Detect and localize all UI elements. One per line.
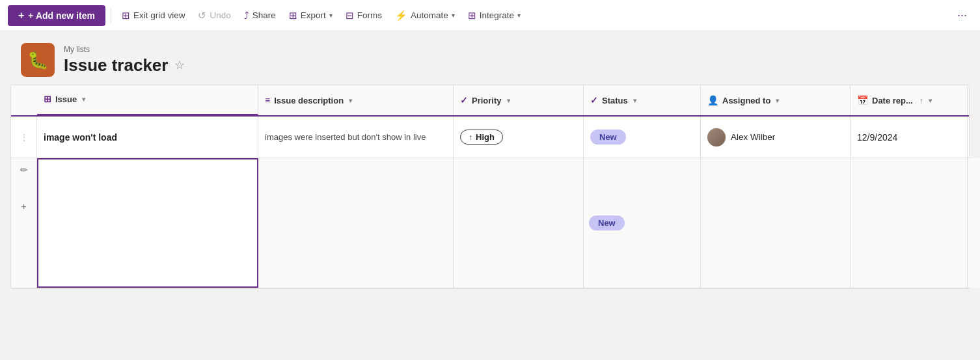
more-options-button[interactable]: ··· [952,6,972,25]
avatar-image [707,128,726,146]
share-icon: ⤴ [244,10,249,21]
assigned-col-caret: ▾ [776,97,779,104]
desc-col-icon: ≡ [265,95,270,105]
editing-desc-cell[interactable] [258,158,454,288]
header-text: My lists Issue tracker ☆ [64,45,185,76]
desc-col-label: Issue description [274,96,344,105]
date-col-label: Date rep... [872,96,913,105]
edit-pencil-icon[interactable]: ✏ [20,165,28,175]
undo-label: Undo [210,10,230,20]
assignee-cell: Alex Wilber [707,128,775,146]
col-header-priority[interactable]: ✓ Priority ▾ [454,85,584,115]
main-content: ⊞ Issue ▾ ≡ Issue description ▾ ✓ Priori… [0,85,980,289]
editing-date-cell[interactable] [851,158,968,288]
editing-status-cell[interactable]: New [584,158,701,288]
integrate-icon: ⊞ [468,10,476,21]
priority-col-caret: ▾ [507,97,510,104]
priority-value: High [476,132,495,142]
exit-grid-label: Exit grid view [133,10,185,20]
col-header-date[interactable]: 📅 Date rep... ↑ ▾ [851,85,968,115]
row-expand-cell [968,117,980,158]
row-handle-cell: ⋮ [11,117,37,158]
avatar [707,128,726,146]
table-row: ⋮ image won't load images were inserted … [11,117,969,158]
integrate-caret: ▾ [517,12,521,19]
editing-expand-cell [968,158,980,288]
undo-button[interactable]: ↺ Undo [193,7,236,25]
toolbar-divider-1 [111,8,111,23]
date-col-icon: 📅 [857,95,868,105]
status-cell[interactable]: New [584,117,701,158]
editing-status-badge: New [589,215,625,230]
desc-col-caret: ▾ [349,97,352,104]
automate-caret: ▾ [452,12,455,19]
priority-cell[interactable]: ↑ High [454,117,584,158]
grid-icon: ⊞ [122,10,130,21]
col-header-assigned[interactable]: 👤 Assigned to ▾ [701,85,851,115]
exit-grid-view-button[interactable]: ⊞ Exit grid view [116,7,191,25]
undo-icon: ↺ [198,10,206,21]
forms-button[interactable]: ⊟ Forms [340,7,387,25]
assigned-col-icon: 👤 [707,95,718,105]
editing-row: ✏ + New [11,158,969,288]
add-new-item-button[interactable]: + + Add new item [8,5,105,26]
col-header-description[interactable]: ≡ Issue description ▾ [258,85,454,115]
assigned-col-label: Assigned to [722,96,770,105]
page-header: 🐛 My lists Issue tracker ☆ [0,31,980,77]
description-cell[interactable]: images were inserted but don't show in l… [258,117,454,158]
status-col-label: Status [602,96,628,105]
toolbar: + + Add new item ⊞ Exit grid view ↺ Undo… [0,0,980,31]
issue-col-label: Issue [55,94,77,104]
assignee-name: Alex Wilber [731,132,775,142]
integrate-button[interactable]: ⊞ Integrate ▾ [463,7,526,25]
description-value: images were inserted but don't show in l… [265,132,426,142]
integrate-label: Integrate [480,10,514,20]
issue-cell[interactable]: image won't load [37,117,258,158]
editing-issue-cell[interactable] [37,158,258,288]
issue-col-icon: ⊞ [44,94,51,104]
forms-icon: ⊟ [346,10,354,21]
col-header-issue[interactable]: ⊞ Issue ▾ [37,85,258,115]
editing-grid: New [37,158,980,288]
plus-icon: + [18,10,24,21]
export-label: Export [301,10,326,20]
edit-add-icon[interactable]: + [21,201,26,212]
page-title-row: Issue tracker ☆ [64,55,185,76]
automate-button[interactable]: ⚡ Automate ▾ [390,7,460,25]
page-title: Issue tracker [64,55,168,76]
favorite-button[interactable]: ☆ [174,58,185,72]
export-button[interactable]: ⊞ Export ▾ [284,7,338,25]
add-new-label: + Add new item [28,10,95,21]
editing-status-value: New [598,218,616,228]
priority-col-label: Priority [472,96,502,105]
priority-up-arrow-icon: ↑ [469,133,472,142]
sort-asc-icon: ↑ [919,96,924,105]
export-icon: ⊞ [289,10,297,21]
status-badge: New [590,130,626,145]
issue-text-input[interactable] [38,159,257,283]
status-col-caret: ▾ [633,97,636,104]
date-cell: 12/9/2024 [851,117,968,158]
share-label: Share [252,10,276,20]
column-headers: ⊞ Issue ▾ ≡ Issue description ▾ ✓ Priori… [11,85,969,117]
forms-label: Forms [357,10,382,20]
status-value: New [599,132,617,142]
status-col-icon: ✓ [590,95,598,105]
breadcrumb: My lists [64,45,185,54]
editing-priority-cell[interactable] [454,158,584,288]
col-header-expand[interactable]: ⊕ [968,85,980,115]
issue-col-caret: ▾ [82,96,85,103]
priority-badge: ↑ High [460,130,503,145]
editing-assigned-cell[interactable] [701,158,851,288]
col-header-status[interactable]: ✓ Status ▾ [584,85,701,115]
assigned-cell[interactable]: Alex Wilber [701,117,851,158]
share-button[interactable]: ⤴ Share [239,7,281,24]
export-caret: ▾ [329,12,333,19]
editing-left-column: ✏ + [11,158,37,288]
automate-icon: ⚡ [395,10,407,21]
date-value: 12/9/2024 [857,132,897,143]
issue-value: image won't load [44,132,117,143]
app-icon: 🐛 [21,43,55,77]
row-drag-handle: ⋮ [20,132,29,143]
date-col-caret: ▾ [929,97,932,104]
